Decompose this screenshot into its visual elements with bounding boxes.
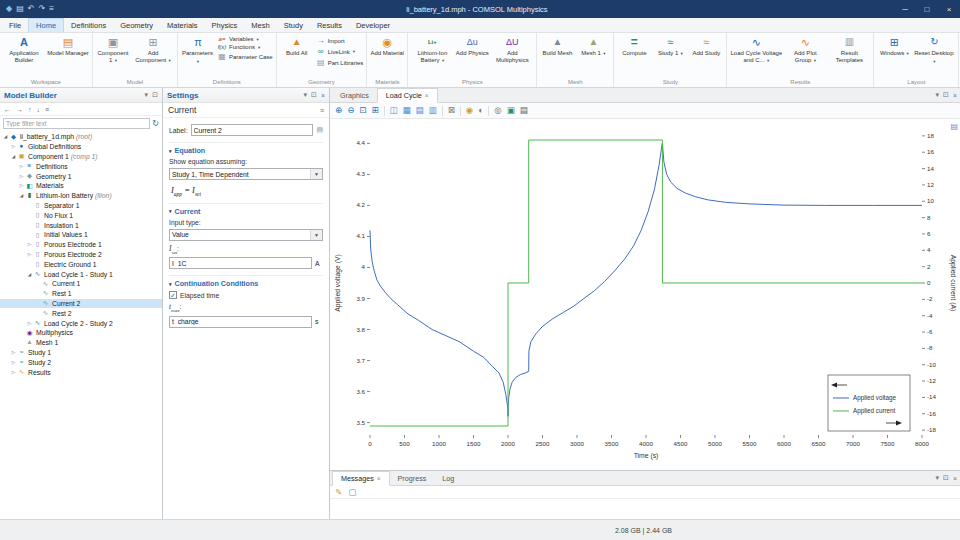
lithium-ion-battery-button[interactable]: Li+Lithium-Ion Battery ▾: [411, 34, 453, 77]
tree-item-insulation-1[interactable]: ▯Insulation 1: [0, 220, 162, 230]
zoom-extents-icon[interactable]: ⊡: [359, 106, 366, 115]
transparency-icon[interactable]: ◐: [478, 106, 483, 115]
add-plot-group-button[interactable]: ∿Add Plot Group ▾: [784, 34, 826, 77]
mesh-1-button[interactable]: ▲Mesh 1 ▾: [576, 34, 610, 77]
forward-icon[interactable]: →: [16, 106, 23, 113]
tree-item-initial-values-1[interactable]: ▯Initial Values 1: [0, 230, 162, 240]
collapsed-arrow-icon[interactable]: ▷: [10, 144, 17, 149]
expanded-arrow-icon[interactable]: ◢: [26, 272, 33, 277]
close-panel-icon[interactable]: ×: [953, 475, 957, 482]
settings-menu-icon[interactable]: ≡: [320, 107, 324, 114]
zoom-out-icon[interactable]: ⊖: [347, 106, 354, 115]
tree-item-separator-1[interactable]: ▯Separator 1: [0, 201, 162, 211]
menu-file[interactable]: File: [2, 18, 28, 32]
collapsed-arrow-icon[interactable]: ▷: [26, 242, 33, 247]
move-up-icon[interactable]: ↑: [28, 106, 32, 113]
tree-item-load-cycle-2-study-2[interactable]: ▷∿Load Cycle 2 - Study 2: [0, 318, 162, 328]
axes-view-icon[interactable]: ◫: [390, 106, 398, 115]
menu-study[interactable]: Study: [277, 18, 310, 32]
tree-item-current-1[interactable]: ∿Current 1: [0, 279, 162, 289]
tree-item-multiphysics[interactable]: ◉Multiphysics: [0, 328, 162, 338]
collapsed-arrow-icon[interactable]: ▷: [26, 321, 33, 326]
tab-messages[interactable]: Messages×: [332, 471, 390, 486]
continuation-section-header[interactable]: ▾ Continuation Conditions: [169, 279, 323, 288]
tree-item-lithium-ion-battery[interactable]: ◢▮Lithium-Ion Battery(liion): [0, 191, 162, 201]
parameters-button[interactable]: πParameters ▾: [181, 34, 215, 77]
collapsed-arrow-icon[interactable]: ▷: [10, 360, 17, 365]
tab-graphics[interactable]: Graphics: [332, 88, 377, 102]
lock-axes-icon[interactable]: ⊠: [448, 106, 455, 115]
print-icon[interactable]: ▤: [520, 106, 528, 115]
expanded-arrow-icon[interactable]: ◢: [2, 134, 9, 139]
expanded-arrow-icon[interactable]: ◢: [10, 154, 17, 159]
menu-physics[interactable]: Physics: [205, 18, 245, 32]
tree-item-porous-electrode-1[interactable]: ▷▯Porous Electrode 1: [0, 240, 162, 250]
variables-button[interactable]: a=Variables▾: [217, 36, 273, 42]
annotation-view-icon[interactable]: ▥: [429, 106, 437, 115]
menu-definitions[interactable]: Definitions: [64, 18, 113, 32]
zoom-box-icon[interactable]: ⊞: [371, 106, 378, 115]
chevron-down-icon[interactable]: ▾: [936, 474, 940, 482]
image-export-icon[interactable]: ▣: [507, 106, 515, 115]
chevron-down-icon[interactable]: ▾: [304, 91, 308, 99]
result-templates-button[interactable]: ▥Result Templates: [828, 34, 870, 77]
current-section-header[interactable]: ▾ Current: [169, 207, 323, 216]
functions-button[interactable]: f(x)Functions▾: [217, 44, 273, 50]
tree-item-rest-2[interactable]: ∿Rest 2: [0, 308, 162, 318]
move-down-icon[interactable]: ↓: [37, 106, 41, 113]
menu-mesh[interactable]: Mesh: [244, 18, 276, 32]
maximize-button[interactable]: □: [916, 0, 938, 18]
close-button[interactable]: ×: [938, 0, 960, 18]
undo-icon[interactable]: ↶: [28, 5, 35, 13]
collapsed-window-icon[interactable]: ▤: [950, 122, 958, 131]
tree-item-study-1[interactable]: ▷≈Study 1: [0, 348, 162, 358]
tree-item-materials[interactable]: ▷◧Materials: [0, 181, 162, 191]
build-mesh-button[interactable]: ▲Build Mesh: [540, 34, 574, 77]
table-view-icon[interactable]: ▤: [416, 106, 424, 115]
tree-item-rest-1[interactable]: ∿Rest 1: [0, 289, 162, 299]
refresh-icon[interactable]: ↻: [152, 119, 159, 128]
tree-item-study-2[interactable]: ▷≈Study 2: [0, 357, 162, 367]
add-component-button[interactable]: ⊞Add Component ▾: [132, 34, 174, 77]
float-panel-icon[interactable]: ⊡: [943, 474, 949, 482]
tree-item-mesh-1[interactable]: ▲Mesh 1: [0, 338, 162, 348]
chevron-down-icon[interactable]: ▾: [936, 91, 940, 99]
add-multiphysics-button[interactable]: ΔUAdd Multiphysics: [491, 34, 533, 77]
snapshot-icon[interactable]: ◎: [494, 106, 501, 115]
close-panel-icon[interactable]: ×: [321, 92, 325, 99]
chevron-down-icon[interactable]: ▾: [145, 91, 149, 99]
tab-log[interactable]: Log: [434, 471, 462, 485]
float-panel-icon[interactable]: ⊡: [311, 91, 317, 99]
add-study-button[interactable]: ≈Add Study: [689, 34, 723, 77]
tree-item-geometry-1[interactable]: ▷◆Geometry 1: [0, 171, 162, 181]
tree-item-porous-electrode-2[interactable]: ▷▯Porous Electrode 2: [0, 250, 162, 260]
menu-home[interactable]: Home: [28, 18, 64, 32]
tree-item-li-battery-1d-mph[interactable]: ◢◆li_battery_1d.mph(root): [0, 132, 162, 142]
iset-input[interactable]: [169, 257, 312, 269]
import-button[interactable]: →Import: [316, 36, 364, 45]
back-icon[interactable]: ←: [4, 106, 11, 113]
tree-item-definitions[interactable]: ▷≡Definitions: [0, 161, 162, 171]
reset-desktop-button[interactable]: ↻Reset Desktop ▾: [913, 34, 955, 77]
model-tree-options-icon[interactable]: ≡: [45, 106, 49, 113]
minimize-button[interactable]: ─: [894, 0, 916, 18]
tree-item-results[interactable]: ▷∿Results: [0, 367, 162, 377]
parameter-case-button[interactable]: ▦Parameter Case: [217, 52, 273, 61]
add-physics-button[interactable]: ΔuAdd Physics: [455, 34, 489, 77]
plot-region[interactable]: 0500100015002000250030003500400045005000…: [330, 119, 960, 470]
tree-item-no-flux-1[interactable]: ▯No Flux 1: [0, 210, 162, 220]
equation-section-header[interactable]: ▾ Equation: [169, 146, 323, 155]
part-libraries-button[interactable]: ▤Part Libraries: [316, 58, 364, 67]
float-panel-icon[interactable]: ⊡: [943, 91, 949, 99]
save-icon[interactable]: ▤: [16, 5, 24, 13]
copy-log-icon[interactable]: ▢: [348, 488, 356, 497]
rename-icon[interactable]: ▤: [316, 126, 323, 134]
zoom-in-icon[interactable]: ⊕: [335, 106, 342, 115]
close-tab-icon[interactable]: ×: [377, 475, 381, 482]
menu-results[interactable]: Results: [310, 18, 349, 32]
collapsed-arrow-icon[interactable]: ▷: [18, 164, 25, 169]
load-cycle-voltage-and-c-button[interactable]: ∿Load Cycle Voltage and C... ▾: [730, 34, 782, 77]
study-1-button[interactable]: ≈Study 1 ▾: [653, 34, 687, 77]
tmax-input[interactable]: [169, 316, 312, 328]
label-input[interactable]: [191, 124, 314, 136]
